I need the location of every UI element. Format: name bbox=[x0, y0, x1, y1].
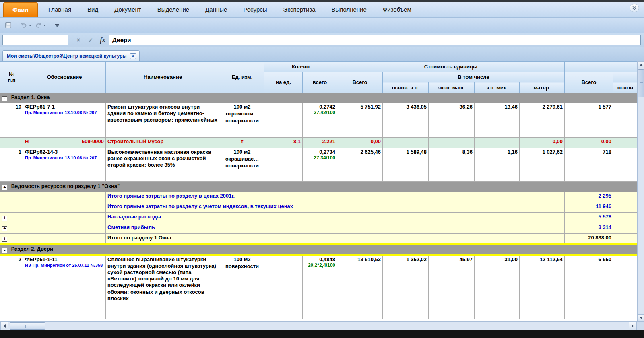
cell-qty-total[interactable]: 0,4848 20,2*2,4/100 bbox=[303, 255, 337, 319]
summary-label[interactable]: Итого по разделу 1 Окна bbox=[106, 234, 565, 244]
cell-mat[interactable]: 2 279,61 bbox=[520, 103, 565, 138]
summary-row[interactable]: Итого прямые затраты по разделу с учетом… bbox=[0, 202, 638, 213]
cell-unit[interactable]: 100 м2 отремонти… поверхности bbox=[220, 103, 264, 138]
table-row[interactable]: 1 ФЕРр62-14-3 Пр. Минрегион от 13.10.08 … bbox=[0, 148, 638, 182]
cell-unit[interactable]: 100 м2 окрашивае… поверхности bbox=[220, 148, 264, 182]
cell-basis[interactable]: Н 509-9900 bbox=[23, 138, 106, 148]
name-box-input[interactable] bbox=[2, 35, 68, 45]
scroll-down-button[interactable] bbox=[638, 314, 644, 321]
scroll-left-button[interactable] bbox=[0, 322, 8, 330]
summary-label[interactable]: Сметная прибыль bbox=[106, 223, 565, 234]
section-row[interactable]: + Ведомость ресурсов по разделу 1 "Окна" bbox=[0, 182, 638, 192]
cell-qty-total[interactable]: 0,2742 27,42/100 bbox=[303, 103, 337, 138]
function-button[interactable]: fx bbox=[97, 37, 109, 44]
cell-num[interactable]: 10 bbox=[0, 103, 23, 138]
section-row-selected[interactable]: - Раздел 2. Двери bbox=[0, 244, 638, 255]
scroll-up-button[interactable] bbox=[638, 61, 644, 68]
cell-mat[interactable]: 1 027,62 bbox=[520, 148, 565, 182]
cell-name[interactable]: Сплошное выравнивание штукатурки внутри … bbox=[106, 255, 220, 319]
cell-unit[interactable]: 100 м2 поверхности bbox=[220, 255, 264, 319]
confirm-entry-button[interactable]: ✓ bbox=[85, 37, 97, 44]
summary-label[interactable]: Итого прямые затраты по разделу в ценах … bbox=[106, 192, 565, 202]
cell-mat[interactable]: 12 112,54 bbox=[520, 255, 565, 319]
cell-num[interactable] bbox=[0, 202, 23, 213]
tab-ekspertiza[interactable]: Экспертиза bbox=[275, 2, 324, 16]
section-cell[interactable]: - Раздел 1. Окна bbox=[0, 93, 638, 103]
cell-qty-per[interactable] bbox=[264, 255, 303, 319]
expand-section-icon[interactable]: + bbox=[2, 185, 7, 190]
expand-row-icon[interactable]: + bbox=[2, 237, 7, 242]
cell-zpm[interactable]: 31,00 bbox=[475, 255, 520, 319]
cell-osn2[interactable] bbox=[613, 255, 638, 319]
summary-total-row[interactable]: + Итого по разделу 1 Окна 20 838,00 bbox=[0, 234, 638, 244]
cell-total2[interactable]: 0,00 bbox=[565, 138, 613, 148]
resource-row[interactable]: Н 509-9900 Строительный мусор т 8,1 2,22… bbox=[0, 138, 638, 148]
cell-basis[interactable] bbox=[23, 202, 106, 213]
expand-row-icon[interactable]: + bbox=[2, 226, 7, 231]
summary-row[interactable]: + Накладные расходы 5 578 bbox=[0, 213, 638, 223]
document-tab-close-button[interactable]: × bbox=[130, 53, 136, 59]
cell-basis[interactable]: ФЕРр61-1-11 ИЗ-Пр. Минрегион от 25.07.11… bbox=[23, 255, 106, 319]
cell-total[interactable]: 0,00 bbox=[337, 138, 383, 148]
cell-total2[interactable]: 1 577 bbox=[565, 103, 613, 138]
tab-fizobem[interactable]: Физобъем bbox=[375, 2, 419, 16]
cell-unit[interactable]: т bbox=[220, 138, 264, 148]
cell-total[interactable]: 5 751,92 bbox=[337, 103, 383, 138]
tab-file[interactable]: Файл bbox=[3, 2, 38, 17]
cell-osn2[interactable] bbox=[613, 202, 638, 213]
cell-qty-per[interactable] bbox=[264, 103, 303, 138]
tab-dannye[interactable]: Данные bbox=[197, 2, 235, 16]
tab-vypolnenie[interactable]: Выполнение bbox=[324, 2, 375, 16]
cell-total[interactable]: 2 625,46 bbox=[337, 148, 383, 182]
cell-name[interactable]: Высококачественная масляная окраска ране… bbox=[106, 148, 220, 182]
cell-osn2[interactable] bbox=[613, 138, 638, 148]
cell-total2[interactable]: 5 578 bbox=[565, 213, 613, 223]
cell-zpm[interactable] bbox=[475, 138, 520, 148]
cell-zpm[interactable]: 13,46 bbox=[475, 103, 520, 138]
undo-dropdown-arrow[interactable] bbox=[29, 25, 32, 26]
redo-button[interactable] bbox=[34, 21, 47, 29]
cell-total[interactable]: 13 510,53 bbox=[337, 255, 383, 319]
cell-basis[interactable] bbox=[23, 192, 106, 202]
tab-vid[interactable]: Вид bbox=[79, 2, 106, 16]
cell-total2[interactable]: 11 946 bbox=[565, 202, 613, 213]
collapse-section-icon[interactable]: - bbox=[2, 248, 7, 253]
redo-dropdown-arrow[interactable] bbox=[43, 25, 46, 26]
cell-osn2[interactable] bbox=[613, 234, 638, 244]
cell-osn2[interactable] bbox=[613, 148, 638, 182]
cell-num[interactable]: + bbox=[0, 223, 23, 234]
cell-total2[interactable]: 3 314 bbox=[565, 223, 613, 234]
cell-total2[interactable]: 20 838,00 bbox=[565, 234, 613, 244]
ribbon-collapse-button[interactable] bbox=[630, 4, 639, 12]
document-tab[interactable]: Мои сметы\Общестрой\Центр немецкой культ… bbox=[2, 50, 140, 61]
vertical-scroll-thumb[interactable] bbox=[638, 69, 644, 97]
tab-resursy[interactable]: Ресурсы bbox=[235, 2, 275, 16]
cell-num[interactable] bbox=[0, 192, 23, 202]
cell-qty-per[interactable] bbox=[264, 148, 303, 182]
cell-num[interactable]: + bbox=[0, 213, 23, 223]
cell-osn[interactable]: 3 436,05 bbox=[383, 103, 429, 138]
cell-eksp[interactable]: 8,36 bbox=[429, 148, 475, 182]
collapse-section-icon[interactable]: - bbox=[2, 96, 7, 101]
cell-eksp[interactable] bbox=[429, 138, 475, 148]
summary-row[interactable]: Итого прямые затраты по разделу в ценах … bbox=[0, 192, 638, 202]
cell-osn[interactable] bbox=[383, 138, 429, 148]
expand-row-icon[interactable]: + bbox=[2, 216, 7, 221]
tab-glavnaya[interactable]: Главная bbox=[40, 2, 79, 16]
tab-vydelenie[interactable]: Выделение bbox=[149, 2, 197, 16]
summary-label[interactable]: Накладные расходы bbox=[106, 213, 565, 223]
cell-osn[interactable]: 1 352,02 bbox=[383, 255, 429, 319]
customize-toolbar-button[interactable] bbox=[54, 23, 60, 28]
cell-basis[interactable]: ФЕРр62-14-3 Пр. Минрегион от 13.10.08 № … bbox=[23, 148, 106, 182]
cell-osn2[interactable] bbox=[613, 103, 638, 138]
summary-row[interactable]: + Сметная прибыль 3 314 bbox=[0, 223, 638, 234]
tab-dokument[interactable]: Документ bbox=[106, 2, 149, 16]
scroll-right-button[interactable] bbox=[629, 322, 637, 330]
cell-qty-total[interactable]: 2,221 bbox=[303, 138, 337, 148]
cell-osn2[interactable] bbox=[613, 223, 638, 234]
cell-qty-per[interactable]: 8,1 bbox=[264, 138, 303, 148]
table-row[interactable]: 10 ФЕРр61-7-1 Пр. Минрегион от 13.10.08 … bbox=[0, 103, 638, 138]
cell-name[interactable]: Строительный мусор bbox=[106, 138, 220, 148]
cell-eksp[interactable]: 45,97 bbox=[429, 255, 475, 319]
cell-num[interactable]: 1 bbox=[0, 148, 23, 182]
